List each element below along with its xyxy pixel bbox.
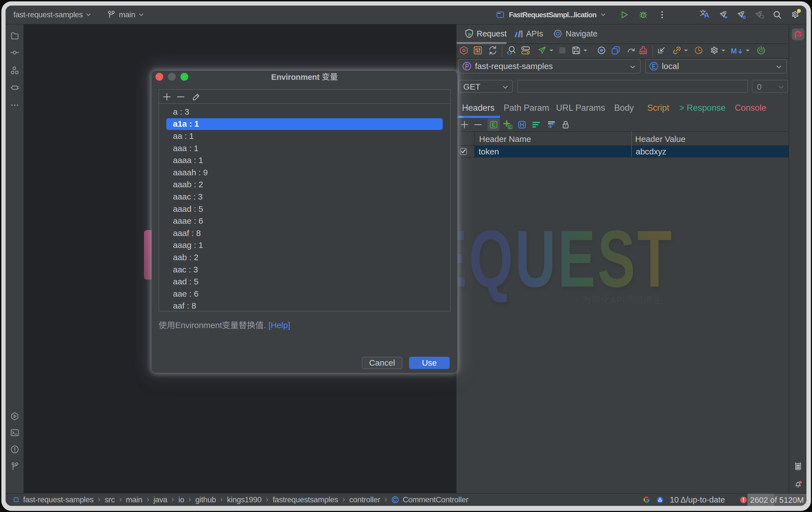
breadcrumb-item[interactable]: github — [195, 495, 216, 504]
align-icon[interactable] — [531, 120, 541, 130]
breadcrumb-item[interactable]: main — [126, 495, 142, 504]
edit-icon[interactable] — [192, 92, 201, 102]
translate-icon[interactable]: A — [700, 10, 711, 20]
chevron-down-icon — [775, 63, 783, 71]
add-icon[interactable] — [162, 92, 172, 102]
list-item[interactable]: aaab : 2 — [159, 179, 450, 191]
plugin-icon[interactable] — [10, 83, 19, 92]
list-item[interactable]: aaad : 5 — [159, 203, 450, 215]
terminal-icon[interactable] — [10, 428, 19, 437]
header-value-cell[interactable]: abcdxyz — [632, 146, 789, 157]
search-icon[interactable] — [773, 10, 782, 20]
list-item[interactable]: aa : 1 — [159, 130, 450, 142]
project-badge-icon — [462, 61, 472, 71]
project-select[interactable]: fast-request-samples — [458, 59, 641, 74]
version-control-icon[interactable] — [10, 462, 19, 471]
remove-icon[interactable] — [473, 120, 483, 130]
list-item[interactable]: aaac : 3 — [159, 191, 450, 203]
add-icon[interactable] — [459, 120, 469, 130]
tab-navigate[interactable]: Navigate — [553, 25, 597, 43]
branch-selector[interactable]: main — [119, 10, 135, 19]
remove-icon[interactable] — [176, 92, 185, 102]
method-select[interactable]: GET — [458, 80, 513, 93]
translate-glyph-group: A — [700, 10, 711, 20]
lock-icon[interactable] — [561, 120, 571, 130]
list-item[interactable]: aaag : 1 — [159, 239, 450, 251]
column-header-value[interactable]: Header Value — [635, 134, 686, 144]
fast-request-plugin-button[interactable] — [792, 28, 805, 41]
environment-select[interactable]: local — [645, 59, 787, 74]
env-badge-icon[interactable] — [489, 120, 499, 130]
breadcrumb-item[interactable]: java — [153, 495, 167, 504]
rocket-debug-icon[interactable] — [737, 10, 746, 20]
memory-widget[interactable]: 2602 of 5120M — [748, 494, 807, 506]
help-link[interactable]: [Help] — [268, 321, 290, 330]
count-select[interactable]: 0 — [752, 80, 788, 93]
list-item[interactable]: aaaah : 9 — [159, 166, 450, 179]
error-indicator-icon[interactable] — [740, 496, 748, 504]
rocket-run-icon[interactable] — [719, 10, 729, 20]
structure-icon[interactable] — [10, 66, 19, 75]
list-item-selected[interactable]: a1a : 1 — [159, 118, 450, 130]
breadcrumb-class[interactable]: CommentController — [403, 495, 468, 504]
breadcrumb-item[interactable]: kings1990 — [227, 495, 261, 504]
add-env-icon[interactable] — [503, 120, 513, 130]
list-item[interactable]: aaa : 1 — [159, 142, 450, 155]
settings-icon[interactable] — [790, 10, 800, 20]
commit-icon[interactable] — [10, 48, 19, 57]
environment-list-panel: a : 3 a1a : 1 aa : 1 aaa : 1 aaaa : 1 aa… — [158, 89, 451, 312]
run-configuration-selector[interactable]: FastRequestSampl...lication — [509, 10, 596, 19]
column-header-name[interactable]: Header Name — [479, 134, 531, 144]
list-item[interactable]: aaae : 6 — [159, 215, 450, 227]
row-enabled-checkbox[interactable] — [460, 148, 467, 155]
services-icon[interactable] — [10, 412, 19, 421]
list-item[interactable]: aad : 5 — [159, 275, 450, 288]
tab-script[interactable]: Script — [647, 100, 669, 116]
icon-graphic — [719, 10, 729, 20]
problems-icon[interactable] — [10, 445, 19, 454]
notifications-bell-icon[interactable] — [794, 480, 803, 489]
tab-body[interactable]: Body — [614, 100, 634, 116]
chevron-right-icon — [118, 498, 122, 502]
use-button[interactable]: Use — [409, 357, 450, 369]
breadcrumb-separator — [146, 498, 150, 502]
list-item[interactable]: aaaa : 1 — [159, 154, 450, 166]
url-input[interactable] — [517, 80, 748, 93]
header-badge-icon[interactable] — [517, 120, 527, 130]
list-item[interactable]: aaf : 8 — [159, 300, 450, 312]
debug-button[interactable] — [638, 10, 648, 20]
breadcrumb-item[interactable]: src — [105, 495, 115, 504]
breadcrumb-item[interactable]: io — [178, 495, 184, 504]
list-item[interactable]: a : 3 — [159, 106, 450, 118]
tab-response[interactable]: > Response — [679, 100, 726, 116]
run-button[interactable] — [619, 10, 629, 20]
project-selector[interactable]: fast-request-samples — [13, 10, 83, 19]
panel-tab-bar: Request APIs — [457, 25, 789, 44]
tab-path-param[interactable]: Path Param — [503, 100, 549, 116]
tab-console[interactable]: Console — [735, 100, 766, 116]
tab-apis[interactable]: APIs — [515, 25, 543, 43]
tab-url-params[interactable]: URL Params — [556, 100, 605, 116]
rocket-cloud-icon[interactable] — [755, 10, 764, 20]
list-item[interactable]: aaaf : 8 — [159, 227, 450, 239]
sync-status-icon[interactable] — [656, 496, 664, 504]
breadcrumb-item[interactable]: fast-request-samples — [23, 495, 93, 504]
more-tools-icon[interactable] — [10, 101, 19, 110]
header-name-cell[interactable]: token — [475, 146, 631, 157]
list-item[interactable]: aab : 2 — [159, 251, 450, 264]
project-folder-icon[interactable] — [10, 31, 19, 41]
sync-status-text[interactable]: 10 Δ/up-to-date — [670, 495, 725, 505]
memory-indicator-icon[interactable] — [794, 462, 803, 470]
list-item[interactable]: aac : 3 — [159, 264, 450, 276]
import-lines-icon[interactable] — [546, 120, 556, 130]
chevron-right-icon — [146, 498, 150, 502]
breadcrumb-item[interactable]: controller — [349, 495, 380, 504]
table-row[interactable]: token abcdxyz — [457, 146, 789, 158]
tab-headers[interactable]: Headers — [462, 100, 494, 116]
list-item[interactable]: aae : 6 — [159, 288, 450, 300]
more-actions-button[interactable] — [657, 10, 667, 20]
tab-request[interactable]: Request — [465, 25, 507, 43]
cancel-button[interactable]: Cancel — [362, 357, 402, 369]
breadcrumb-item[interactable]: fastrequestsamples — [272, 495, 338, 504]
google-icon[interactable] — [643, 496, 650, 503]
